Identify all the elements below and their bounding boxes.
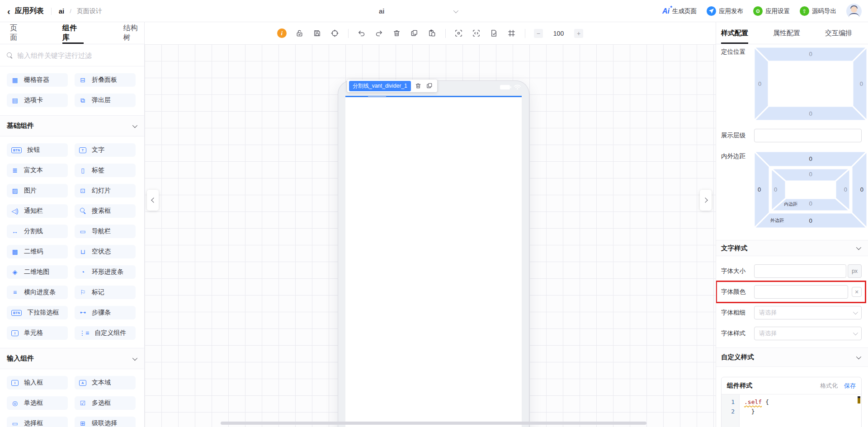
format-button[interactable]: 格式化: [820, 382, 838, 390]
z-index-input[interactable]: [754, 129, 862, 142]
duplicate-component-icon[interactable]: [426, 82, 434, 90]
code-line[interactable]: .self {: [744, 397, 769, 407]
publish-app-button[interactable]: 应用发布: [707, 6, 743, 16]
code-content[interactable]: .self { }: [740, 394, 769, 427]
spacing-box-widget[interactable]: 0 0 0 0 0 0 0 0 内边距 外边距: [754, 151, 867, 228]
component-chip-marker[interactable]: ⚐标记: [75, 286, 136, 299]
component-chip-textarea[interactable]: A文本域: [75, 376, 136, 389]
phone-screen[interactable]: [345, 96, 522, 427]
chevron-down-icon[interactable]: [856, 354, 861, 359]
copy-icon[interactable]: [410, 29, 419, 38]
component-chip-search-box[interactable]: 搜索框: [75, 204, 136, 218]
position-top-value[interactable]: 0: [754, 51, 867, 57]
css-code-editor[interactable]: 12 .self { }: [722, 394, 861, 427]
canvas-prev-button[interactable]: [147, 190, 159, 211]
delete-component-icon[interactable]: [415, 82, 422, 90]
component-search-input[interactable]: [17, 52, 137, 59]
component-chip-divider[interactable]: ↔分割线: [7, 225, 68, 238]
undo-icon[interactable]: [357, 29, 366, 38]
padding-top-value[interactable]: 0: [754, 171, 867, 178]
margin-right-value[interactable]: 0: [860, 186, 863, 193]
preview-scan-icon[interactable]: [454, 29, 463, 38]
back-chevron-icon[interactable]: ‹: [7, 7, 10, 16]
code-line[interactable]: }: [744, 407, 769, 416]
save-icon[interactable]: [313, 29, 322, 38]
font-size-input[interactable]: [754, 264, 846, 278]
canvas-next-button[interactable]: [700, 190, 712, 211]
tab-pages[interactable]: 页面: [10, 22, 24, 44]
info-icon[interactable]: i: [277, 28, 287, 38]
code-scan-icon[interactable]: [472, 29, 481, 38]
component-group-header[interactable]: 输入组件: [0, 348, 144, 369]
component-chip-checkbox[interactable]: ☑多选框: [75, 396, 136, 410]
component-chip-tag[interactable]: ▯标签: [75, 164, 136, 177]
component-chip-tabs[interactable]: ▤选项卡: [7, 94, 68, 107]
tab-component-library[interactable]: 组件库: [62, 22, 84, 44]
padding-bottom-value[interactable]: 0: [754, 200, 867, 207]
component-chip-empty-state[interactable]: ⊔空状态: [75, 245, 136, 258]
margin-left-value[interactable]: 0: [758, 186, 761, 193]
position-box-widget[interactable]: 0 0 0 0: [754, 47, 867, 121]
chevron-down-icon[interactable]: [856, 245, 861, 250]
component-chip-image[interactable]: ▨图片: [7, 184, 68, 197]
generate-page-button[interactable]: Ai 生成页面: [662, 7, 697, 15]
component-chip-grid-container[interactable]: ▦栅格容器: [7, 73, 68, 87]
crosshair-icon[interactable]: [330, 29, 340, 38]
save-style-button[interactable]: 保存: [844, 382, 856, 390]
padding-right-value[interactable]: 0: [844, 186, 847, 193]
tab-style-config[interactable]: 样式配置: [721, 22, 748, 44]
tab-interaction[interactable]: 交互编排: [825, 22, 852, 44]
export-code-button[interactable]: ⇧ 源码导出: [800, 6, 836, 16]
zoom-in-button[interactable]: +: [574, 29, 583, 38]
component-chip-rich-text[interactable]: ≣富文本: [7, 164, 68, 177]
selected-component-label[interactable]: 分割线_vant_divider_1: [349, 81, 411, 91]
component-chip-custom-component[interactable]: ⋮≡自定义组件: [75, 326, 136, 340]
page-check-icon[interactable]: [490, 29, 499, 38]
position-right-value[interactable]: 0: [860, 80, 863, 87]
redo-icon[interactable]: [375, 29, 384, 38]
selected-divider-component[interactable]: [345, 96, 522, 97]
current-page-name[interactable]: ai: [379, 7, 385, 15]
horizontal-scrollbar[interactable]: [221, 422, 646, 425]
delete-icon[interactable]: [392, 29, 401, 38]
component-chip-navbar[interactable]: ▭导航栏: [75, 225, 136, 238]
component-chip-steps[interactable]: ●─●步骤条: [75, 306, 136, 319]
component-chip-cascader[interactable]: ⊞级联选择: [75, 417, 136, 427]
custom-style-section-header[interactable]: 自定义样式: [716, 347, 868, 367]
font-style-select[interactable]: 请选择: [754, 327, 862, 340]
component-chip-cell[interactable]: I单元格: [7, 326, 68, 340]
component-chip-text[interactable]: T文字: [75, 143, 136, 157]
component-group-header[interactable]: 基础组件: [0, 115, 144, 136]
component-chip-popup-layer[interactable]: ⧉弹出层: [75, 94, 136, 107]
component-chip-button[interactable]: BTN按钮: [7, 143, 68, 157]
avatar[interactable]: [846, 4, 862, 19]
page-selector[interactable]: ai: [379, 0, 457, 22]
padding-left-value[interactable]: 0: [774, 186, 777, 193]
tab-props-config[interactable]: 属性配置: [773, 22, 800, 44]
position-left-value[interactable]: 0: [758, 80, 761, 87]
component-chip-input[interactable]: I输入框: [7, 376, 68, 389]
component-chip-map[interactable]: ◈二维地图: [7, 265, 68, 279]
component-chip-notice-bar[interactable]: ◁)通知栏: [7, 204, 68, 218]
component-chip-select[interactable]: ▭选择框: [7, 417, 68, 427]
font-weight-select[interactable]: 请选择: [754, 306, 862, 319]
back-to-app-list[interactable]: 应用列表: [15, 6, 44, 16]
paste-icon[interactable]: [428, 29, 437, 38]
chevron-down-icon[interactable]: [132, 355, 137, 360]
component-chip-slideshow[interactable]: ⊡幻灯片: [75, 184, 136, 197]
component-chip-collapse-panel[interactable]: ⊟折叠面板: [75, 73, 136, 87]
component-chip-qrcode[interactable]: ▩二维码: [7, 245, 68, 258]
margin-top-value[interactable]: 0: [754, 155, 867, 162]
font-color-input[interactable]: [754, 285, 848, 299]
clear-color-button[interactable]: ✕: [852, 287, 862, 297]
component-chip-radio[interactable]: ◎单选框: [7, 396, 68, 410]
text-style-section-header[interactable]: 文字样式: [716, 240, 868, 256]
app-settings-button[interactable]: ⚙ 应用设置: [753, 6, 790, 16]
component-chip-circular-progress[interactable]: ◔环形进度条: [75, 265, 136, 279]
zoom-out-button[interactable]: −: [534, 29, 543, 38]
tab-structure-tree[interactable]: 结构树: [123, 22, 145, 44]
app-name[interactable]: ai: [59, 7, 65, 15]
chevron-down-icon[interactable]: [132, 122, 137, 127]
chevron-down-icon[interactable]: [453, 8, 458, 13]
frame-icon[interactable]: [507, 29, 516, 38]
